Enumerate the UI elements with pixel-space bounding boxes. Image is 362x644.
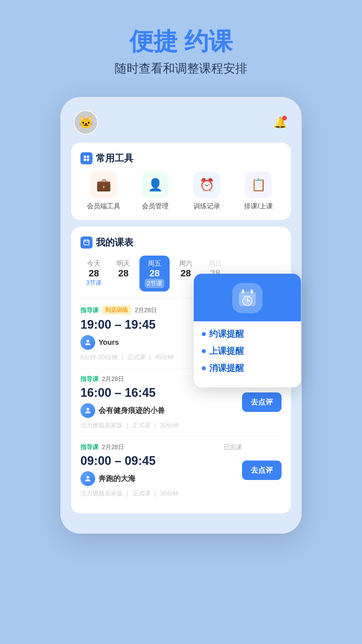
day-label-2: 周五 [148, 259, 161, 268]
tool-icon-member: 💼 [90, 171, 117, 198]
popup-body: 约课提醒 上课提醒 消课提醒 [194, 321, 301, 387]
lesson-trainer-2: 奔跑的大海 [80, 471, 242, 486]
trainer-avatar-1 [80, 403, 95, 418]
meta-sep-2-0: | [127, 490, 128, 497]
headline-section: 便捷 约课 随时查看和调整课程安排 [115, 27, 247, 77]
popup-item-0: 约课提醒 [202, 328, 293, 340]
tool-label-1: 会员管理 [142, 202, 169, 211]
meta-0-2: 45分钟 [155, 353, 174, 361]
svg-rect-2 [84, 159, 86, 161]
svg-rect-1 [87, 156, 89, 158]
svg-point-8 [86, 340, 89, 342]
tool-icon-record: ⏰ [193, 171, 220, 198]
day-friday[interactable]: 周五 28 2节课 [139, 256, 170, 291]
lesson-trainer-1: 会有健身痕迹的小兽 [80, 403, 242, 418]
popup-dot-0 [202, 332, 206, 336]
svg-rect-4 [84, 240, 89, 245]
tools-header: 常用工具 [80, 152, 282, 165]
meta-sep-2-1: | [155, 490, 156, 497]
headline-title: 便捷 约课 [115, 27, 247, 56]
tool-icon-schedule: 📋 [245, 171, 272, 198]
schedule-title: 我的课表 [96, 236, 133, 249]
tools-grid: 💼 会员端工具 👤 会员管理 ⏰ 训练记录 📋 排课/上课 [80, 171, 282, 211]
schedule-card: 我的课表 今天 28 3节课 明天 28 周五 28 2节课 周六 28 [71, 227, 291, 514]
avatar[interactable]: 🐱 [74, 110, 98, 135]
meta-sep-1-0: | [127, 422, 128, 429]
tool-icon-manage: 👤 [142, 171, 169, 198]
tool-item-0[interactable]: 💼 会员端工具 [80, 171, 127, 211]
svg-rect-13 [251, 289, 253, 293]
lesson-meta-1: 活力燃脂居家版 | 正式课 | 30分钟 [80, 421, 242, 429]
popup-item-2: 消课提醒 [202, 362, 293, 374]
tag-date-0: 2月28日 [135, 306, 157, 314]
tools-title: 常用工具 [96, 152, 133, 165]
tag-guide-0: 指导课 [80, 306, 99, 314]
svg-rect-0 [84, 156, 86, 158]
tag-date-1: 2月28日 [102, 375, 124, 383]
day-label-0: 今天 [87, 259, 101, 268]
lesson-info-2: 指导课 2月28日 已完课 09:00 – 09:45 奔跑的大海 [80, 443, 242, 497]
popup-header [194, 274, 301, 321]
bell-icon[interactable]: 🔔 [272, 114, 288, 130]
headline-subtitle: 随时查看和调整课程安排 [115, 60, 247, 77]
lesson-time-1: 16:00 – 16:45 [80, 386, 242, 400]
meta-0-1: 正式课 [127, 353, 145, 361]
meta-1-0: 活力燃脂居家版 [80, 421, 123, 429]
schedule-header: 我的课表 [80, 236, 282, 249]
lesson-tags-2: 指导课 2月28日 已完课 [80, 443, 242, 451]
tool-item-1[interactable]: 👤 会员管理 [132, 171, 178, 211]
popup-calendar-icon [232, 283, 262, 313]
popup-dot-1 [202, 349, 206, 353]
phone-frame: 🐱 🔔 常用工具 💼 会员端工具 👤 [60, 97, 302, 534]
tool-item-3[interactable]: 📋 排课/上课 [235, 171, 282, 211]
tag-instore-0: 到店训练 [102, 305, 131, 315]
tag-guide-1: 指导课 [80, 375, 99, 383]
day-sessions-0: 3节课 [86, 279, 102, 287]
popup-text-1: 上课提醒 [209, 345, 244, 357]
bell-badge [282, 116, 287, 120]
meta-1-2: 30分钟 [160, 421, 179, 429]
headline-accent: 约课 [184, 28, 233, 55]
phone-header: 🐱 🔔 [71, 110, 291, 135]
tool-item-2[interactable]: ⏰ 训练记录 [184, 171, 230, 211]
trainer-avatar-0 [80, 335, 95, 350]
day-number-1: 28 [118, 268, 128, 279]
meta-2-1: 正式课 [132, 489, 150, 497]
tag-done-2: 已完课 [224, 443, 242, 451]
tools-card: 常用工具 💼 会员端工具 👤 会员管理 ⏰ 训练记录 📋 排课/上课 [71, 143, 291, 220]
headline-main: 便捷 [129, 28, 178, 55]
tool-label-2: 训练记录 [193, 202, 220, 211]
day-number-2: 28 [149, 268, 160, 279]
tool-label-3: 排课/上课 [244, 202, 273, 211]
svg-rect-3 [87, 159, 89, 161]
meta-2-0: 活力燃脂居家版 [80, 489, 123, 497]
tools-icon [80, 152, 93, 164]
day-number-3: 28 [180, 268, 191, 279]
review-button-1[interactable]: 去点评 [242, 392, 282, 412]
trainer-name-1: 会有健身痕迹的小兽 [99, 406, 165, 416]
day-label-1: 明天 [117, 259, 130, 268]
review-button-2[interactable]: 去点评 [242, 461, 282, 480]
lesson-meta-2: 活力燃脂居家版 | 正式课 | 30分钟 [80, 489, 242, 497]
lesson-row-2: 指导课 2月28日 已完课 09:00 – 09:45 奔跑的大海 [80, 443, 282, 497]
day-today[interactable]: 今天 28 3节课 [80, 256, 107, 291]
popup-item-1: 上课提醒 [202, 345, 293, 357]
meta-1-1: 正式课 [132, 421, 150, 429]
svg-point-9 [86, 408, 89, 411]
meta-0-0: 8分钟-3D拉伸 [80, 353, 118, 361]
tag-guide-2: 指导课 [80, 443, 99, 451]
day-label-4: 周日 [208, 259, 222, 268]
svg-point-10 [86, 476, 89, 479]
meta-sep-1: | [149, 354, 151, 361]
popup-text-2: 消课提醒 [209, 362, 244, 374]
meta-2-2: 30分钟 [160, 489, 179, 497]
day-number-0: 28 [88, 268, 99, 279]
lesson-time-2: 09:00 – 09:45 [80, 454, 242, 468]
day-tomorrow[interactable]: 明天 28 [110, 256, 137, 291]
svg-rect-12 [242, 289, 244, 293]
day-label-3: 周六 [179, 259, 192, 268]
meta-sep-1-1: | [155, 422, 156, 429]
popup-text-0: 约课提醒 [209, 328, 244, 340]
popup-dot-2 [202, 366, 206, 370]
tag-date-2: 2月28日 [102, 443, 124, 451]
